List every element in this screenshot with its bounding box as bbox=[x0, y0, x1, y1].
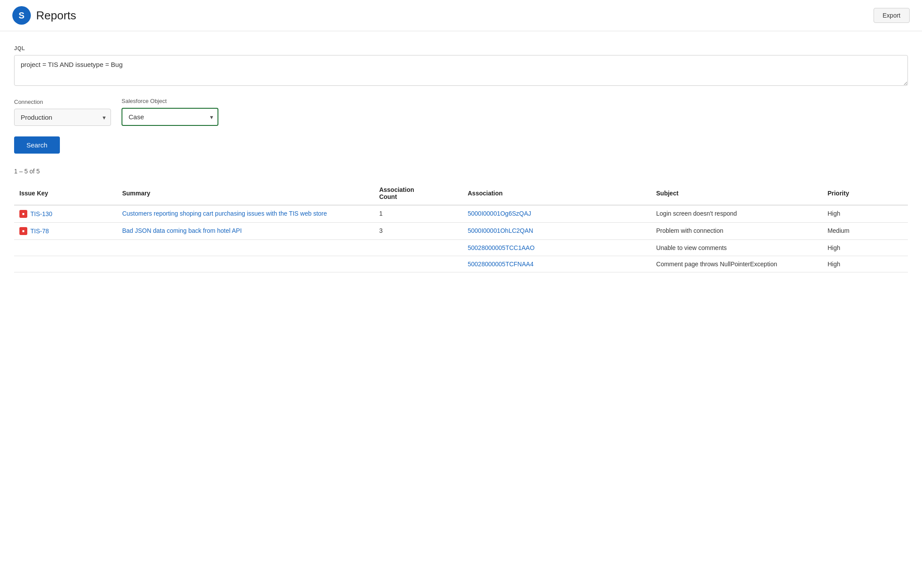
jql-section: JQL project = TIS AND issuetype = Bug bbox=[14, 45, 908, 87]
table-body: TIS-130 Customers reporting shoping cart… bbox=[14, 205, 908, 272]
header-left: S Reports bbox=[12, 6, 76, 25]
association-count-cell: 3 bbox=[374, 223, 462, 240]
table-row: 50028000005TCC1AAO Unable to view commen… bbox=[14, 240, 908, 256]
issue-summary-cell: Customers reporting shoping cart purchas… bbox=[117, 205, 374, 223]
association-link[interactable]: 5000I00001Og6SzQAJ bbox=[468, 210, 531, 217]
table-row: TIS-78 Bad JSON data coming back from ho… bbox=[14, 223, 908, 240]
issue-key-cell: TIS-130 bbox=[14, 205, 117, 223]
association-count-cell: 1 bbox=[374, 205, 462, 223]
issue-summary-cell: Bad JSON data coming back from hotel API bbox=[117, 223, 374, 240]
issue-summary-link[interactable]: Customers reporting shoping cart purchas… bbox=[122, 210, 327, 217]
connection-select[interactable]: Production Sandbox Development bbox=[14, 109, 111, 126]
connection-label: Connection bbox=[14, 99, 111, 105]
subject-cell: Login screen doesn't respond bbox=[651, 205, 822, 223]
col-header-priority: Priority bbox=[822, 182, 908, 205]
association-id-cell: 50028000005TCC1AAO bbox=[462, 240, 651, 256]
app-logo: S bbox=[12, 6, 31, 25]
jql-label: JQL bbox=[14, 45, 908, 51]
empty-count-cell bbox=[374, 256, 462, 272]
issue-summary-link[interactable]: Bad JSON data coming back from hotel API bbox=[122, 227, 242, 234]
col-header-association-count: AssociationCount bbox=[374, 182, 462, 205]
subject-cell: Comment page throws NullPointerException bbox=[651, 256, 822, 272]
empty-count-cell bbox=[374, 240, 462, 256]
bug-icon bbox=[19, 227, 27, 235]
subject-cell: Problem with connection bbox=[651, 223, 822, 240]
association-id-cell: 5000I00001Og6SzQAJ bbox=[462, 205, 651, 223]
table-row: TIS-130 Customers reporting shoping cart… bbox=[14, 205, 908, 223]
empty-summary-cell bbox=[117, 256, 374, 272]
issue-key-cell: TIS-78 bbox=[14, 223, 117, 240]
col-header-issue-key: Issue Key bbox=[14, 182, 117, 205]
results-summary: 1 – 5 of 5 bbox=[14, 168, 908, 175]
connection-select-wrapper: Production Sandbox Development ▾ bbox=[14, 109, 111, 126]
table-header: Issue Key Summary AssociationCount Assoc… bbox=[14, 182, 908, 205]
priority-cell: High bbox=[822, 256, 908, 272]
jql-input[interactable]: project = TIS AND issuetype = Bug bbox=[14, 55, 908, 86]
association-id-cell: 50028000005TCFNAA4 bbox=[462, 256, 651, 272]
connection-group: Connection Production Sandbox Developmen… bbox=[14, 99, 111, 126]
col-header-association: Association bbox=[462, 182, 651, 205]
form-row: Connection Production Sandbox Developmen… bbox=[14, 98, 908, 126]
issue-key-link[interactable]: TIS-130 bbox=[30, 210, 52, 217]
association-link[interactable]: 5000I00001OhLC2QAN bbox=[468, 227, 533, 234]
bug-icon bbox=[19, 210, 27, 218]
sf-object-select-wrapper: Case Account Contact Opportunity ▾ bbox=[122, 108, 218, 126]
export-button[interactable]: Export bbox=[874, 8, 910, 23]
col-header-summary: Summary bbox=[117, 182, 374, 205]
sf-object-label: Salesforce Object bbox=[122, 98, 218, 104]
main-content: JQL project = TIS AND issuetype = Bug Co… bbox=[0, 31, 922, 281]
association-id-cell: 5000I00001OhLC2QAN bbox=[462, 223, 651, 240]
search-button[interactable]: Search bbox=[14, 136, 60, 154]
issue-key-link[interactable]: TIS-78 bbox=[30, 228, 49, 235]
priority-cell: High bbox=[822, 205, 908, 223]
sf-object-group: Salesforce Object Case Account Contact O… bbox=[122, 98, 218, 126]
empty-key-cell bbox=[14, 240, 117, 256]
table-row: 50028000005TCFNAA4 Comment page throws N… bbox=[14, 256, 908, 272]
association-link[interactable]: 50028000005TCFNAA4 bbox=[468, 261, 533, 268]
empty-summary-cell bbox=[117, 240, 374, 256]
table-header-row: Issue Key Summary AssociationCount Assoc… bbox=[14, 182, 908, 205]
association-link[interactable]: 50028000005TCC1AAO bbox=[468, 244, 535, 251]
priority-cell: High bbox=[822, 240, 908, 256]
app-header: S Reports Export bbox=[0, 0, 922, 31]
empty-key-cell bbox=[14, 256, 117, 272]
app-title: Reports bbox=[36, 9, 76, 22]
subject-cell: Unable to view comments bbox=[651, 240, 822, 256]
col-header-subject: Subject bbox=[651, 182, 822, 205]
results-table: Issue Key Summary AssociationCount Assoc… bbox=[14, 182, 908, 272]
priority-cell: Medium bbox=[822, 223, 908, 240]
sf-object-select[interactable]: Case Account Contact Opportunity bbox=[122, 108, 218, 126]
